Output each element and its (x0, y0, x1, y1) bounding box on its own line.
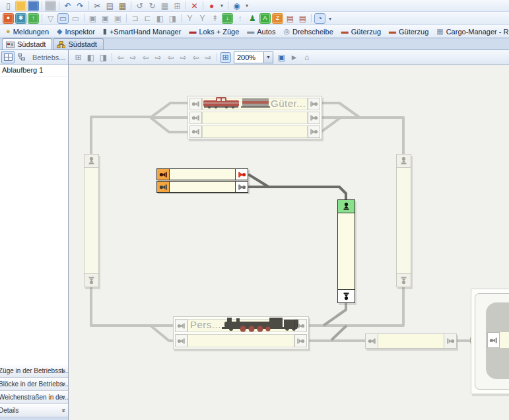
tools-icon[interactable]: ✕ (189, 1, 200, 11)
hump-block-1[interactable] (156, 168, 248, 180)
block-end-marker-icon[interactable] (235, 182, 248, 192)
autos-button[interactable]: ▬Autos (244, 27, 279, 36)
block-track[interactable] (189, 125, 320, 138)
block-end-marker-icon[interactable] (308, 112, 320, 124)
zoom-dropdown-icon[interactable]: ▼ (263, 52, 273, 63)
hump-block-2[interactable] (156, 181, 248, 193)
arrow-left-1-icon[interactable]: ⇦ (115, 52, 126, 63)
block-entry-icon[interactable]: ◧ (154, 13, 166, 24)
clock-dropdown[interactable]: ▾ (327, 14, 333, 24)
arrow-right-4-icon[interactable]: ⇨ (203, 52, 214, 63)
markers-icon[interactable]: ● (206, 1, 217, 11)
green-signal-marker-icon[interactable] (338, 200, 355, 213)
tree-view-button[interactable] (15, 51, 28, 63)
passenger-train-image[interactable] (221, 316, 301, 332)
start-icon[interactable]: ↑ (28, 13, 39, 24)
edit-grid-icon[interactable]: ▦ (159, 1, 170, 11)
red-stop-marker-icon[interactable] (235, 169, 248, 180)
collapse-chevron-icon[interactable]: » (59, 382, 68, 386)
letter-z-icon[interactable]: Z (272, 13, 283, 24)
antenna-icon[interactable]: ↟ (209, 13, 221, 24)
clock-icon[interactable]: ◔ (314, 13, 325, 24)
zoom-combobox[interactable]: 200% ▼ (234, 52, 273, 63)
connector-block[interactable] (365, 333, 457, 349)
loco-backward-icon[interactable]: ⊏ (142, 13, 153, 24)
block-end-marker-icon[interactable] (189, 125, 202, 138)
conductor-icon[interactable]: ♟ (247, 13, 258, 24)
undo-icon[interactable]: ↶ (62, 1, 73, 11)
block-end-marker-icon[interactable] (308, 125, 320, 138)
gueterzug-2-button[interactable]: ▬Güterzug (386, 27, 432, 36)
arrow-right-1-icon[interactable]: ⇨ (127, 52, 139, 63)
block-end-marker-icon[interactable] (157, 169, 170, 180)
block-half-right-icon[interactable]: ◨ (98, 52, 109, 63)
smarthand-manager-button[interactable]: ▮+SmartHand Manager (100, 27, 185, 36)
collapse-chevron-icon[interactable]: » (59, 369, 68, 373)
tab-suedstadt-schematic[interactable]: Südstadt (53, 38, 103, 50)
couple-blocks-icon[interactable]: ⊞ (73, 52, 84, 63)
redo-icon[interactable]: ↷ (75, 1, 86, 11)
block-end-marker-icon[interactable] (85, 273, 98, 287)
rotate-left-icon[interactable]: ↺ (134, 1, 145, 11)
block-end-marker-icon[interactable] (397, 155, 411, 168)
list-item-ablaufberg[interactable]: Ablaufberg 1 (0, 65, 68, 77)
collapse-chevron-icon[interactable]: » (59, 396, 68, 400)
block-end-marker-icon[interactable] (366, 334, 378, 348)
new-file-icon[interactable]: ▯ (3, 1, 14, 11)
block-end-marker-icon[interactable] (397, 273, 411, 287)
arrow-left-2-icon[interactable]: ⇦ (140, 52, 151, 63)
block-layout-icon[interactable]: ⊞ (172, 1, 183, 11)
cut-icon[interactable]: ✂ (92, 1, 103, 11)
block-end-marker-icon[interactable] (294, 334, 307, 347)
toolbar1-overflow[interactable]: ▾ (244, 1, 250, 11)
collapse-chevron-icon[interactable]: » (59, 409, 68, 413)
drehscheibe-button[interactable]: ◎Drehscheibe (280, 27, 336, 36)
freight-train-label[interactable]: Güter... (271, 98, 306, 109)
block-end-marker-icon[interactable] (175, 334, 187, 347)
inspektor-button[interactable]: ◆Inspektor (53, 27, 98, 36)
list-view-button[interactable] (1, 51, 15, 63)
freeze-icon[interactable]: ✱ (15, 13, 26, 24)
signalbox-off-icon[interactable]: ▣ (112, 13, 123, 24)
block-end-marker-icon[interactable] (338, 289, 355, 302)
signalbox-1-icon[interactable]: ▣ (87, 13, 98, 24)
passenger-train-label[interactable]: Pers... (190, 319, 221, 330)
arrow-right-2-icon[interactable]: ⇨ (153, 52, 164, 63)
schematic-view-icon[interactable]: ⊞ (220, 52, 231, 63)
route-switch-1-icon[interactable]: Y (184, 13, 195, 24)
turntable[interactable] (471, 289, 509, 394)
block-track[interactable] (189, 112, 320, 124)
power-icon[interactable]: ● (3, 13, 14, 24)
block-end-marker-icon[interactable] (189, 98, 202, 110)
west-siding-block[interactable] (84, 154, 99, 287)
route-switch-2-icon[interactable]: Y (197, 13, 208, 24)
block-end-marker-icon[interactable] (85, 155, 98, 168)
block-editor-icon[interactable]: ▣ (276, 52, 287, 63)
copy-icon[interactable]: ▤ (104, 1, 116, 11)
block-end-marker-icon[interactable] (175, 319, 187, 332)
loks-zuege-button[interactable]: ▬Loks + Züge (186, 27, 242, 36)
tab-suedstadt-panel[interactable]: Südstadt (2, 38, 52, 50)
gueterzug-1-button[interactable]: ▬Güterzug (338, 27, 384, 36)
pointer-tool-icon[interactable]: ► (288, 52, 300, 63)
arrow-right-3-icon[interactable]: ⇨ (178, 52, 189, 63)
panel-small-icon[interactable]: ▭ (70, 13, 81, 24)
download-icon[interactable]: ↓ (222, 13, 233, 24)
online-icon[interactable]: ◉ (231, 1, 242, 11)
track-diagram-canvas[interactable]: Güter... Pers... (69, 65, 509, 420)
freight-train-image[interactable] (203, 96, 270, 109)
east-siding-block[interactable] (396, 154, 411, 287)
block-track[interactable] (175, 334, 307, 347)
block-half-left-icon[interactable]: ◧ (85, 52, 96, 63)
block-end-marker-icon[interactable] (308, 98, 320, 110)
paste-icon[interactable]: ▦ (117, 1, 128, 11)
block-end-marker-icon[interactable] (487, 332, 500, 348)
stamp-delete-2-icon[interactable]: ▤ (297, 13, 308, 24)
panel-view-icon[interactable]: ▭ (57, 13, 69, 24)
block-end-marker-icon[interactable] (444, 334, 456, 348)
arrow-left-4-icon[interactable]: ⇦ (190, 52, 201, 63)
open-folder-icon[interactable] (15, 1, 26, 11)
block-exit-icon[interactable]: ◨ (167, 13, 178, 24)
signalbox-2-icon[interactable]: ▣ (100, 13, 111, 24)
arrow-left-3-icon[interactable]: ⇦ (165, 52, 176, 63)
